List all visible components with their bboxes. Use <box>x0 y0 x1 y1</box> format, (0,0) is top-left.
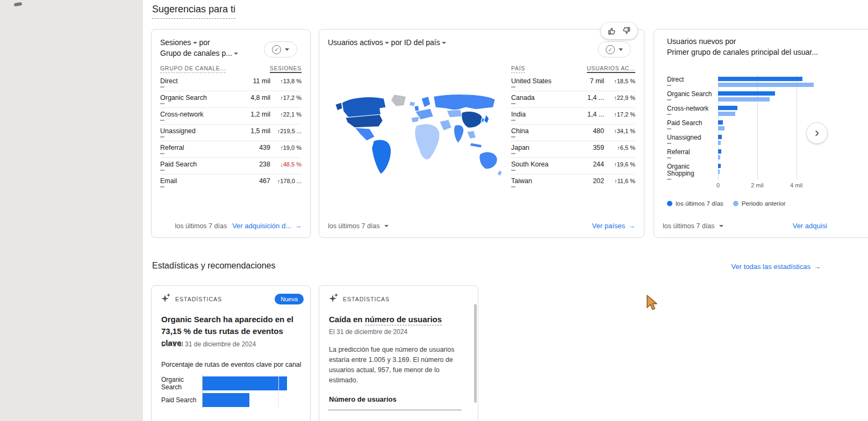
trend-dash <box>160 153 164 154</box>
table-row[interactable]: Referral439↑19,0 % <box>160 141 302 158</box>
carousel-next-button[interactable]: › <box>806 122 828 144</box>
trend-dash <box>667 99 671 100</box>
trend-dash <box>511 120 515 121</box>
category-label: Direct <box>667 76 684 83</box>
bar-previous <box>718 112 735 116</box>
category-label: Unassigned <box>667 134 701 141</box>
view-all-insights-link[interactable]: Ver todas las estadísticas→ <box>731 263 821 271</box>
row-label: Email <box>160 177 177 185</box>
new-users-by-channel-card: Usuarios nuevos por Primer grupo de cana… <box>654 29 868 238</box>
insight-card-user-drop[interactable]: ESTADÍSTICAS Caída en número de usuarios… <box>319 285 478 421</box>
column-header-metric[interactable]: USUARIOS AC... <box>587 65 635 73</box>
row-value: 11 mil <box>243 77 270 85</box>
row-label: United States <box>511 77 551 85</box>
dimension-selector[interactable]: ID del país <box>404 38 446 47</box>
insight-date: Del 1 al 31 de diciembre de 2024 <box>161 340 256 348</box>
table-row[interactable]: Taiwan202↑11,6 % <box>511 175 635 191</box>
legend-dot-icon <box>733 201 738 206</box>
view-countries-link[interactable]: Ver países→ <box>592 222 635 230</box>
view-acquisition-link[interactable]: Ver adquisición d...→ <box>232 222 302 230</box>
row-label: South Korea <box>511 161 549 168</box>
view-acquisition-link[interactable]: Ver adquisi <box>793 222 827 230</box>
period-selector[interactable]: los últimos 7 días <box>663 222 723 230</box>
table-row[interactable]: India1,4 ...↑17,2 % <box>511 108 635 125</box>
dimension-selector[interactable]: Grupo de canales p... <box>160 49 238 57</box>
chart-row: Cross-network <box>667 104 816 118</box>
caret-down-icon <box>719 225 723 227</box>
insight-date: El 31 de diciembre de 2024 <box>329 328 407 336</box>
category-label: Referral <box>667 148 690 156</box>
sessions-table: GRUPO DE CANALE... SESIONES Direct11 mil… <box>160 63 302 191</box>
bar <box>202 393 249 407</box>
bar-previous <box>718 155 720 159</box>
insight-status-button[interactable]: ✓ <box>598 41 631 57</box>
row-label: Canada <box>511 94 535 101</box>
x-tick: 2 mil <box>751 182 763 188</box>
insight-eyebrow: ESTADÍSTICAS <box>343 296 471 302</box>
table-header: PAÍS USUARIOS AC... <box>511 63 635 75</box>
gridline <box>278 375 279 408</box>
row-value: 238 <box>243 161 270 168</box>
table-row[interactable]: Canada1,4 ...↑22,9 % <box>511 91 635 108</box>
legend-item-current: los últimos 7 días <box>667 200 723 207</box>
trend-dash <box>667 157 671 158</box>
table-row[interactable]: Japan359↑6,5 % <box>511 141 635 158</box>
period-selector[interactable]: los últimos 7 días <box>328 222 389 230</box>
card-title: Usuarios nuevos por Primer grupo de cana… <box>667 36 868 57</box>
metric-label: Usuarios activos <box>328 38 383 47</box>
title-prefix: Caída en <box>329 315 363 324</box>
trend-dash <box>160 120 164 121</box>
trend-dash <box>511 103 515 104</box>
column-header-dimension[interactable]: PAÍS <box>511 65 525 73</box>
column-header-dimension[interactable]: GRUPO DE CANALE... <box>160 65 226 73</box>
row-value: 439 <box>243 144 270 151</box>
trend-dash <box>160 86 164 88</box>
thumb-up-icon[interactable] <box>607 26 616 35</box>
row-value: 202 <box>577 177 604 185</box>
table-row[interactable]: United States7 mil↑18,5 % <box>511 75 635 91</box>
trend-dash <box>667 114 671 115</box>
trend-dash <box>511 170 515 171</box>
left-background-band <box>0 0 143 421</box>
card-scrollbar[interactable] <box>474 304 477 403</box>
bar-current <box>718 106 737 110</box>
mouse-cursor <box>645 294 659 314</box>
arrow-right-icon: → <box>295 222 302 230</box>
axis-line <box>202 375 203 408</box>
row-label: Direct <box>160 77 178 85</box>
table-row[interactable]: Paid Search238↓48,5 % <box>160 158 302 175</box>
active-users-by-country-card: Usuarios activos por ID del país ✓ <box>319 29 644 238</box>
metric-selector[interactable]: Usuarios activos <box>328 38 389 47</box>
table-row[interactable]: Email467↑178,0 ... <box>160 175 302 191</box>
bar-previous <box>718 83 814 87</box>
card-footer: los últimos 7 días Ver adquisi <box>663 222 827 230</box>
chart-row: Paid Search <box>667 118 816 133</box>
por-label: por <box>391 38 402 47</box>
x-tick: 0 <box>716 182 720 188</box>
table-row[interactable]: Cross-network1,2 mil↑22,1 % <box>160 108 302 125</box>
check-circle-icon: ✓ <box>272 45 281 54</box>
column-header-metric[interactable]: SESIONES <box>270 65 302 73</box>
row-change: ↑22,1 % <box>270 111 302 118</box>
ga-home-screen: Sugerencias para ti Sesiones por Grupo d… <box>0 0 868 421</box>
insight-card-organic-search[interactable]: ESTADÍSTICAS Nueva Organic Search ha apa… <box>151 285 311 421</box>
table-row[interactable]: Unassigned1,5 mil↑219,5 ... <box>160 125 302 141</box>
insight-status-button[interactable]: ✓ <box>264 41 297 57</box>
metric-selector[interactable]: Sesiones <box>160 38 197 47</box>
caret-down-icon <box>385 42 389 44</box>
thumb-down-icon[interactable] <box>622 26 631 35</box>
table-row[interactable]: Direct11 mil↑13,8 % <box>160 75 302 91</box>
table-row[interactable]: China480↑34,1 % <box>511 125 635 141</box>
bar-previous <box>718 97 770 101</box>
row-value: 244 <box>577 161 604 168</box>
table-row[interactable]: Organic Search4,8 mil↑17,2 % <box>160 91 302 108</box>
sessions-by-channel-card: Sesiones por Grupo de canales p... ✓ GRU… <box>151 29 311 238</box>
row-change: ↑19,6 % <box>604 161 635 168</box>
row-change: ↑34,1 % <box>604 128 635 134</box>
table-row[interactable]: South Korea244↑19,6 % <box>511 158 635 175</box>
row-value: 1,5 mil <box>243 127 270 135</box>
row-label: China <box>511 127 529 135</box>
row-change: ↑11,6 % <box>604 178 635 184</box>
world-choropleth-map[interactable] <box>334 83 506 193</box>
caret-down-icon <box>193 42 197 44</box>
